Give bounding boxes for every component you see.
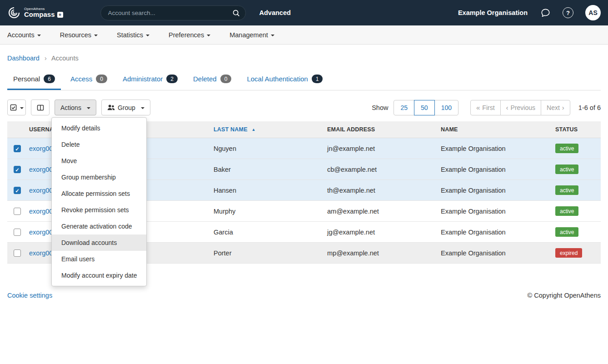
help-button[interactable]: ? xyxy=(563,7,573,18)
tab-personal[interactable]: Personal 6 xyxy=(7,75,61,90)
status-badge: active xyxy=(555,165,578,174)
menu-item-modify-details[interactable]: Modify details xyxy=(52,120,146,136)
nav-item-label: Management xyxy=(229,31,268,39)
messages-button[interactable] xyxy=(540,8,551,18)
row-checkbox[interactable] xyxy=(14,145,21,152)
tab-administrator[interactable]: Administrator 2 xyxy=(117,75,184,90)
tab-label: Access xyxy=(70,75,92,83)
nav-item-statistics[interactable]: Statistics xyxy=(117,31,150,39)
column-header-last-name[interactable]: LAST NAME ▲ xyxy=(210,121,324,138)
page-size-50-button[interactable]: 50 xyxy=(414,100,435,115)
org-name-cell: Example Organisation xyxy=(437,138,552,159)
page-size-100-button[interactable]: 100 xyxy=(434,100,458,115)
chevron-right-icon: › xyxy=(562,104,564,111)
email-cell: am@example.net xyxy=(324,201,437,222)
toolbar: Actions Modify details Delete Move Group… xyxy=(7,100,601,115)
column-header-status[interactable]: STATUS xyxy=(552,121,601,138)
tabs-bar: Personal 6 Access 0 Administrator 2 Dele… xyxy=(7,75,601,90)
chevron-left-icon: ‹ xyxy=(506,104,508,111)
logo-text: OpenAthens Compass + xyxy=(24,7,63,19)
advanced-search-link[interactable]: Advanced xyxy=(259,9,291,16)
org-name-cell: Example Organisation xyxy=(437,180,552,201)
next-page-label: Next xyxy=(547,104,560,111)
row-checkbox[interactable] xyxy=(14,166,21,173)
columns-icon xyxy=(37,104,44,111)
first-page-label: First xyxy=(482,104,494,111)
chevron-down-icon xyxy=(94,35,98,36)
next-page-button[interactable]: Next › xyxy=(541,100,570,115)
column-header-label: LAST NAME xyxy=(214,126,248,133)
org-name-cell: Example Organisation xyxy=(437,243,552,264)
checkbox-icon xyxy=(10,104,17,111)
email-cell: cb@example.net xyxy=(324,159,437,180)
row-checkbox[interactable] xyxy=(14,208,21,215)
nav-item-label: Accounts xyxy=(7,31,35,39)
menu-item-revoke-permission-sets[interactable]: Revoke permission sets xyxy=(52,202,146,218)
email-cell: jn@example.net xyxy=(324,138,437,159)
menu-item-download-accounts[interactable]: Download accounts xyxy=(52,234,146,251)
cookie-settings-link[interactable]: Cookie settings xyxy=(7,292,52,299)
menu-item-move[interactable]: Move xyxy=(52,153,146,169)
page-content: Dashboard › Accounts Personal 6 Access 0… xyxy=(0,55,608,264)
tab-local-authentication[interactable]: Local Authentication 1 xyxy=(241,75,329,90)
last-name-cell: Hansen xyxy=(210,180,324,201)
last-name-cell: Garcia xyxy=(210,222,324,243)
tab-count-badge: 0 xyxy=(220,75,232,83)
nav-item-accounts[interactable]: Accounts xyxy=(7,31,41,39)
email-cell: th@example.net xyxy=(324,180,437,201)
group-button[interactable]: Group xyxy=(101,100,150,115)
chevron-down-icon xyxy=(20,107,24,109)
breadcrumb: Dashboard › Accounts xyxy=(7,55,601,62)
status-badge: active xyxy=(555,185,578,195)
tab-access[interactable]: Access 0 xyxy=(65,75,113,90)
search-input[interactable] xyxy=(107,9,232,17)
footer: Cookie settings © Copyright OpenAthens xyxy=(0,292,608,317)
nav-item-resources[interactable]: Resources xyxy=(60,31,98,39)
menu-item-delete[interactable]: Delete xyxy=(52,136,146,153)
menu-item-allocate-permission-sets[interactable]: Allocate permission sets xyxy=(52,185,146,202)
status-badge: active xyxy=(555,227,578,237)
first-page-button[interactable]: « First xyxy=(470,100,501,115)
menu-item-modify-account-expiry-date[interactable]: Modify account expiry date xyxy=(52,267,146,284)
organisation-name[interactable]: Example Organisation xyxy=(458,9,528,16)
menu-item-email-users[interactable]: Email users xyxy=(52,251,146,267)
chevron-down-icon xyxy=(271,35,274,36)
select-all-button[interactable] xyxy=(7,100,26,115)
tab-label: Administrator xyxy=(123,75,163,83)
previous-page-button[interactable]: ‹ Previous xyxy=(500,100,541,115)
column-header-email[interactable]: EMAIL ADDRESS xyxy=(324,121,437,138)
columns-button[interactable] xyxy=(31,100,50,115)
menu-item-group-membership[interactable]: Group membership xyxy=(52,169,146,185)
row-checkbox[interactable] xyxy=(14,187,21,194)
nav-item-management[interactable]: Management xyxy=(229,31,274,39)
tab-count-badge: 0 xyxy=(96,75,107,83)
actions-button[interactable]: Actions xyxy=(55,100,96,115)
sort-ascending-icon: ▲ xyxy=(251,127,255,132)
main-nav: Accounts Resources Statistics Preference… xyxy=(0,25,608,45)
show-label: Show xyxy=(372,104,388,111)
chevron-down-icon xyxy=(207,35,210,36)
nav-item-preferences[interactable]: Preferences xyxy=(169,31,210,39)
org-name-cell: Example Organisation xyxy=(437,222,552,243)
chevron-down-icon xyxy=(87,107,90,109)
tab-deleted[interactable]: Deleted 0 xyxy=(187,75,237,90)
tab-label: Local Authentication xyxy=(247,75,308,83)
tab-label: Deleted xyxy=(193,75,217,83)
toolbar-left: Actions Modify details Delete Move Group… xyxy=(7,100,150,115)
menu-item-generate-activation-code[interactable]: Generate activation code xyxy=(52,218,146,234)
row-checkbox[interactable] xyxy=(14,229,21,236)
email-cell: mp@example.net xyxy=(324,243,437,264)
actions-menu: Modify details Delete Move Group members… xyxy=(51,117,147,286)
breadcrumb-dashboard-link[interactable]: Dashboard xyxy=(7,55,40,62)
avatar[interactable]: AS xyxy=(585,5,601,20)
column-header-name[interactable]: NAME xyxy=(437,121,552,138)
org-name-cell: Example Organisation xyxy=(437,201,552,222)
column-header-checkbox xyxy=(7,121,25,138)
app-logo[interactable]: OpenAthens Compass + xyxy=(7,6,63,20)
actions-dropdown: Actions Modify details Delete Move Group… xyxy=(55,100,96,115)
page-size-25-button[interactable]: 25 xyxy=(394,100,414,115)
search-icon[interactable] xyxy=(232,9,240,17)
group-button-label: Group xyxy=(118,104,135,111)
row-checkbox[interactable] xyxy=(14,249,21,257)
account-search[interactable] xyxy=(100,5,246,20)
